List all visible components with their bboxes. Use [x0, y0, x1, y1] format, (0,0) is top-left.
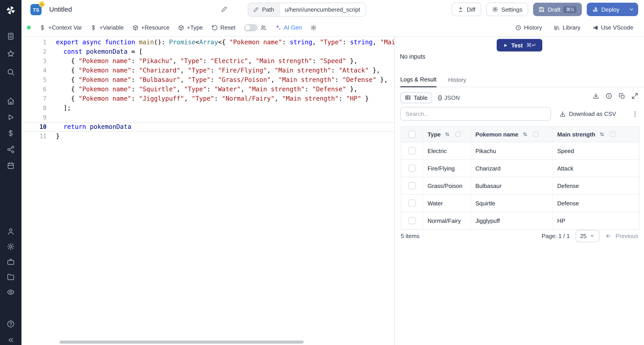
sort-icon[interactable] [445, 132, 450, 137]
workers-briefcase-icon[interactable] [7, 258, 15, 266]
collapse-sidebar-icon[interactable] [7, 336, 15, 344]
add-type-button[interactable]: +Type [178, 24, 203, 31]
add-context-var-button[interactable]: +Context Var [39, 24, 82, 31]
code-text: } [46, 132, 60, 141]
column-checkbox[interactable] [533, 132, 538, 137]
result-table: TypePokemon nameMain strength ElectricPi… [401, 126, 640, 230]
tab-history[interactable]: History [448, 77, 466, 87]
row-checkbox[interactable] [408, 200, 416, 207]
code-line[interactable]: 6 { "Pokemon name": "Squirtle", "Type": … [22, 85, 394, 94]
ai-gen-button[interactable]: AI Gen [275, 24, 302, 31]
row-checkbox[interactable] [408, 147, 416, 154]
status-dot [27, 26, 31, 30]
help-icon[interactable] [7, 320, 15, 328]
reset-button[interactable]: Reset [211, 24, 236, 31]
library-button[interactable]: Library [554, 24, 580, 31]
code-line[interactable]: 4 { "Pokemon name": "Charizard", "Type":… [22, 66, 394, 75]
table-row: Fire/FlyingCharizardAttack [401, 160, 639, 177]
column-header[interactable]: Main strength [552, 127, 639, 142]
history-button[interactable]: History [515, 24, 542, 31]
draft-button[interactable]: Draft ⌘S [533, 3, 582, 16]
row-checkbox[interactable] [408, 182, 416, 189]
column-header[interactable]: Pokemon name [470, 127, 552, 142]
sort-icon[interactable] [599, 132, 605, 137]
info-icon[interactable] [606, 93, 612, 99]
add-variable-button[interactable]: +Variable [90, 24, 124, 31]
horizontal-scrollbar[interactable] [60, 340, 304, 344]
runs-play-icon[interactable] [7, 113, 15, 121]
select-all-checkbox[interactable] [408, 131, 416, 138]
code-text: { "Pokemon name": "Bulbasaur", "Type": "… [46, 75, 388, 85]
test-button[interactable]: Test ⌘↵ [496, 39, 542, 52]
braces-icon: {} [438, 94, 442, 101]
apps-icon[interactable] [7, 32, 15, 40]
sparkles-icon [275, 24, 281, 31]
code-line[interactable]: 1export async function main(): Promise<A… [22, 38, 394, 47]
deploy-dropdown-caret[interactable] [625, 3, 638, 16]
code-editor[interactable]: 1export async function main(): Promise<A… [22, 37, 394, 345]
multiplayer-toggle[interactable] [244, 24, 266, 31]
column-header[interactable]: Type [422, 127, 470, 142]
app: TS ☺ Untitled Path u/henri/unencumbered_… [0, 0, 644, 345]
download-icon [560, 111, 566, 117]
variables-dollar-icon[interactable] [7, 129, 15, 137]
diff-button[interactable]: Diff [452, 3, 482, 16]
search-icon[interactable] [7, 68, 15, 76]
copy-icon[interactable] [618, 93, 625, 99]
search-input[interactable] [400, 107, 551, 121]
table-header-row: TypePokemon nameMain strength [401, 127, 639, 142]
sort-icon[interactable] [522, 132, 528, 137]
editor-settings-gear-icon[interactable] [310, 24, 317, 31]
home-icon[interactable] [7, 97, 15, 105]
result-table-body: ElectricPikachuSpeedFire/FlyingCharizard… [401, 142, 639, 230]
download-result-icon[interactable] [592, 93, 599, 99]
view-table-button[interactable]: Table [400, 92, 432, 103]
folders-icon[interactable] [7, 273, 15, 281]
code-line[interactable]: 10 return pokemonData [22, 122, 394, 132]
line-number: 4 [22, 66, 46, 75]
code-line[interactable]: 9 [22, 113, 394, 122]
add-resource-button[interactable]: +Resource [132, 24, 169, 31]
schedules-calendar-icon[interactable] [7, 162, 15, 170]
path-value[interactable]: u/henri/unencumbered_script [280, 3, 366, 16]
diff-icon [458, 6, 464, 13]
column-checkbox[interactable] [610, 132, 616, 137]
audit-eye-icon[interactable] [7, 288, 15, 296]
more-options-kebab-icon[interactable] [632, 110, 639, 118]
row-checkbox[interactable] [408, 165, 416, 172]
toggle-switch[interactable] [244, 24, 258, 31]
tab-logs-result[interactable]: Logs & Result [400, 76, 436, 87]
page-size-select[interactable]: 25 [576, 230, 600, 242]
download-csv-button[interactable]: Download as CSV [560, 111, 616, 117]
table-cell: Pikachu [470, 142, 552, 159]
line-number: 3 [22, 56, 46, 66]
settings-gear-icon[interactable] [7, 242, 15, 251]
view-json-button[interactable]: {} JSON [438, 94, 460, 101]
use-vscode-button[interactable]: Use VScode [592, 24, 633, 31]
code-line[interactable]: 5 { "Pokemon name": "Bulbasaur", "Type":… [22, 75, 394, 85]
package-icon [178, 24, 184, 31]
refresh-icon [211, 24, 218, 31]
row-checkbox[interactable] [408, 217, 416, 224]
user-icon[interactable] [7, 227, 15, 235]
code-line[interactable]: 3 { "Pokemon name": "Pikachu", "Type": "… [22, 56, 394, 66]
line-number: 9 [22, 113, 46, 122]
gear-icon [492, 6, 498, 13]
code-line[interactable]: 8 ]; [22, 103, 394, 113]
code-line[interactable]: 2 const pokemonData = [ [22, 47, 394, 56]
windmill-logo-icon[interactable] [5, 5, 16, 16]
path-field[interactable]: Path u/henri/unencumbered_script [248, 3, 366, 17]
favorites-star-icon[interactable] [7, 50, 15, 58]
expand-icon[interactable] [632, 93, 638, 99]
column-checkbox[interactable] [456, 132, 461, 137]
flows-nodes-icon[interactable] [7, 145, 15, 153]
code-text: return pokemonData [46, 122, 131, 132]
edit-title-pencil-icon[interactable] [221, 6, 228, 13]
code-line[interactable]: 7 { "Pokemon name": "Jigglypuff", "Type"… [22, 94, 394, 103]
scrollbar-thumb[interactable] [60, 340, 304, 344]
code-line[interactable]: 11} [22, 132, 394, 141]
previous-page-button[interactable]: Previous [605, 232, 638, 239]
test-shortcut: ⌘↵ [526, 42, 536, 48]
settings-button[interactable]: Settings [486, 3, 528, 16]
deploy-button[interactable]: Deploy [586, 3, 625, 16]
